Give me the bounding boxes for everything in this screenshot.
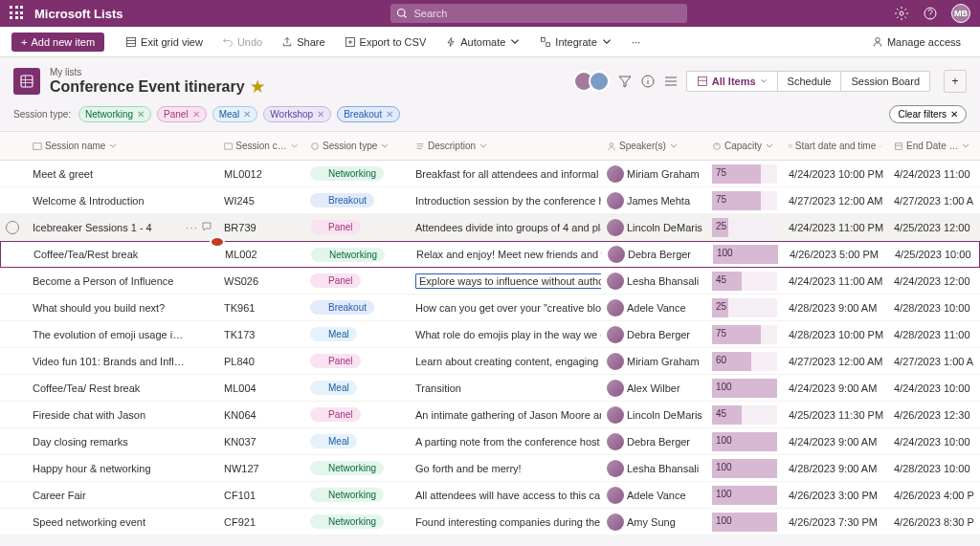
cell-start-date[interactable]: 4/28/2023 9:00 AM: [783, 302, 888, 314]
info-icon[interactable]: [640, 74, 656, 89]
table-row[interactable]: The evolution of emoji usage i…TK173Meal…: [0, 321, 980, 348]
session-type-pill[interactable]: Panel: [310, 220, 361, 234]
filter-chip-workshop[interactable]: Workshop✕: [263, 106, 331, 122]
cell-end-date[interactable]: 4/28/2023 10:00: [888, 463, 980, 474]
cell-end-date[interactable]: 4/26/2023 12:30: [888, 409, 980, 421]
cell-speaker[interactable]: Lesha Bhansali: [627, 275, 699, 287]
table-row[interactable]: Video fun 101: Brands and Infl…PL840Pane…: [0, 348, 980, 375]
row-select-radio[interactable]: [6, 221, 19, 234]
cell-session-name[interactable]: Welcome & Introduction: [33, 195, 145, 207]
capacity-bar[interactable]: 100: [712, 432, 777, 451]
cell-speaker[interactable]: Lincoln DeMaris: [627, 222, 702, 233]
close-icon[interactable]: ✕: [386, 109, 393, 120]
cell-start-date[interactable]: 4/26/2023 5:00 PM: [784, 249, 889, 260]
session-type-pill[interactable]: Panel: [310, 354, 361, 368]
cell-end-date[interactable]: 4/24/2023 10:00: [888, 436, 980, 448]
breadcrumb[interactable]: My lists: [50, 67, 264, 77]
session-type-pill[interactable]: Breakout: [310, 193, 374, 207]
cell-speaker[interactable]: Lincoln DeMaris: [627, 409, 702, 421]
cell-end-date[interactable]: 4/24/2023 12:00: [888, 275, 980, 287]
cell-session-code[interactable]: TK173: [218, 329, 304, 340]
table-row[interactable]: Coffee/Tea/Rest breakML002NetworkingRela…: [0, 241, 980, 268]
session-type-pill[interactable]: Meal: [310, 381, 357, 395]
cell-session-name[interactable]: Meet & greet: [33, 168, 93, 180]
help-icon[interactable]: [923, 6, 938, 21]
cell-session-code[interactable]: CF101: [218, 490, 304, 501]
cell-description[interactable]: All attendees will have access to this c…: [410, 490, 601, 501]
capacity-bar[interactable]: 100: [712, 459, 777, 478]
close-icon[interactable]: ✕: [192, 109, 200, 120]
session-type-pill[interactable]: Panel: [310, 407, 361, 422]
cell-description[interactable]: Introduction session by the conference h…: [410, 195, 601, 207]
search-input[interactable]: [390, 4, 687, 23]
cell-end-date[interactable]: 4/28/2023 11:00: [888, 329, 980, 340]
cell-speaker[interactable]: Lesha Bhansali: [627, 463, 699, 474]
cell-end-date[interactable]: 4/27/2023 1:00 A: [888, 356, 980, 367]
col-session-name[interactable]: Session name: [27, 141, 218, 151]
cell-session-name[interactable]: Career Fair: [33, 490, 86, 501]
session-type-pill[interactable]: Networking: [310, 488, 384, 502]
search-box[interactable]: [390, 4, 687, 23]
cell-speaker[interactable]: Debra Berger: [628, 249, 691, 260]
table-row[interactable]: Speed networking eventCF921NetworkingFou…: [0, 509, 980, 535]
presence-avatars[interactable]: [579, 71, 610, 92]
session-type-pill[interactable]: Meal: [310, 434, 357, 448]
cell-start-date[interactable]: 4/24/2023 9:00 AM: [783, 382, 888, 394]
manage-access-button[interactable]: Manage access: [864, 33, 969, 52]
cell-session-name[interactable]: The evolution of emoji usage i…: [33, 329, 183, 340]
filter-chip-breakout[interactable]: Breakout✕: [337, 106, 400, 122]
cell-description[interactable]: Explore ways to influence without author…: [410, 273, 601, 289]
table-row[interactable]: Icebreaker Sessions 1 - 4···BR739PanelAt…: [0, 214, 980, 241]
table-row[interactable]: Fireside chat with JasonKN064PanelAn int…: [0, 402, 980, 428]
close-icon[interactable]: ✕: [243, 109, 251, 120]
cell-start-date[interactable]: 4/26/2023 3:00 PM: [783, 490, 888, 501]
col-start[interactable]: Start date and time: [783, 141, 888, 151]
session-type-pill[interactable]: Panel: [310, 273, 361, 288]
cell-speaker[interactable]: Adele Vance: [627, 490, 686, 501]
capacity-bar[interactable]: 100: [713, 245, 778, 264]
cell-end-date[interactable]: 4/24/2023 11:00: [888, 168, 980, 180]
cell-session-code[interactable]: KN037: [218, 436, 304, 448]
cell-end-date[interactable]: 4/28/2023 10:00: [888, 302, 980, 314]
cell-session-code[interactable]: ML002: [219, 249, 305, 260]
capacity-bar[interactable]: 25: [712, 218, 777, 237]
cell-start-date[interactable]: 4/25/2023 11:30 PM: [783, 409, 888, 421]
session-type-pill[interactable]: Breakout: [310, 300, 374, 315]
col-end[interactable]: End Date …: [888, 141, 980, 151]
cell-description[interactable]: Breakfast for all attendees and informal…: [410, 168, 601, 180]
cell-speaker[interactable]: Adele Vance: [627, 302, 686, 314]
cell-start-date[interactable]: 4/24/2023 10:00 PM: [783, 168, 888, 180]
cell-end-date[interactable]: 4/25/2023 10:00: [889, 249, 980, 260]
cell-session-code[interactable]: NW127: [218, 463, 304, 474]
col-session-code[interactable]: Session c…: [218, 141, 304, 151]
exit-grid-button[interactable]: Exit grid view: [118, 33, 211, 52]
cell-speaker[interactable]: Miriam Graham: [627, 168, 700, 180]
table-row[interactable]: Coffee/Tea/ Rest breakML004MealTransitio…: [0, 375, 980, 402]
cell-end-date[interactable]: 4/25/2023 12:00: [888, 222, 980, 233]
cell-speaker[interactable]: Amy Sung: [627, 516, 676, 528]
cell-session-name[interactable]: Video fun 101: Brands and Infl…: [33, 356, 185, 367]
user-avatar[interactable]: MB: [951, 4, 970, 23]
cell-session-name[interactable]: Fireside chat with Jason: [33, 409, 145, 421]
cell-session-name[interactable]: Icebreaker Sessions 1 - 4: [33, 222, 152, 233]
cell-description[interactable]: Learn about creating content, engaging f…: [410, 356, 601, 367]
add-view-button[interactable]: +: [944, 70, 967, 93]
cell-description[interactable]: Found interesting companies during the c…: [410, 516, 601, 528]
comment-icon[interactable]: [201, 221, 212, 234]
col-session-type[interactable]: Session type: [304, 141, 410, 151]
cell-session-code[interactable]: CF921: [218, 516, 304, 528]
session-type-pill[interactable]: Networking: [311, 248, 385, 262]
cell-description[interactable]: What role do emojis play in the way we e…: [410, 329, 601, 340]
app-launcher-icon[interactable]: [10, 6, 25, 21]
cell-session-code[interactable]: WI245: [218, 195, 304, 207]
settings-icon[interactable]: [894, 6, 909, 21]
capacity-bar[interactable]: 45: [712, 272, 777, 291]
cell-session-name[interactable]: Coffee/Tea/ Rest break: [33, 382, 140, 394]
session-type-pill[interactable]: Meal: [310, 327, 357, 341]
automate-button[interactable]: Automate: [437, 33, 528, 52]
capacity-bar[interactable]: 75: [712, 325, 777, 344]
capacity-bar[interactable]: 25: [712, 298, 777, 317]
share-button[interactable]: Share: [274, 33, 332, 52]
add-new-item-button[interactable]: +Add new item: [11, 33, 104, 52]
capacity-bar[interactable]: 100: [712, 379, 777, 398]
